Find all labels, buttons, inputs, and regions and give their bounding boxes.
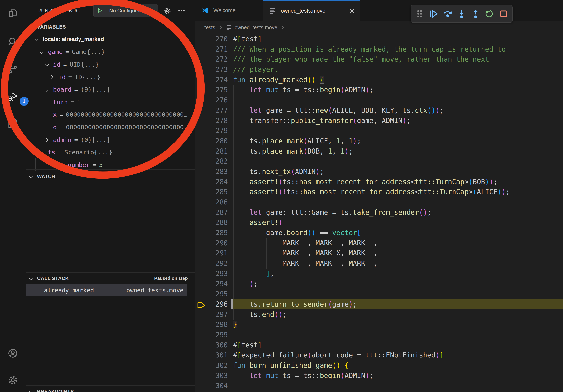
chevron-right-icon[interactable] — [44, 87, 50, 92]
code-area[interactable]: 270#[test]271/// When a position is alre… — [195, 34, 563, 392]
variable-row[interactable]: locals: already_marked — [26, 33, 195, 46]
code-line-287[interactable]: 287 let game: ttt::Game = ts.take_from_s… — [195, 208, 563, 218]
line-number[interactable]: 275 — [195, 85, 228, 95]
line-number[interactable]: 277 — [195, 105, 228, 116]
code-line-275[interactable]: 275 let mut ts = ts::begin(ADMIN); — [195, 85, 563, 95]
line-number[interactable]: 292 — [195, 258, 228, 269]
variable-row[interactable]: x=00000000000000000000000000000000… — [26, 108, 195, 121]
variable-row[interactable]: id=UID{...} — [26, 58, 195, 71]
variable-row[interactable]: ts=Scenario{...} — [26, 146, 195, 158]
breakpoints-section-header[interactable]: BREAKPOINTS — [26, 386, 195, 392]
chevron-down-icon[interactable] — [39, 150, 44, 155]
line-number[interactable]: 270 — [195, 34, 228, 44]
search-icon[interactable] — [7, 36, 18, 47]
line-number[interactable]: 303 — [195, 371, 228, 381]
line-number[interactable]: 286 — [195, 197, 228, 208]
code-line-288[interactable]: 288 assert!( — [195, 218, 563, 228]
debug-config-dropdown[interactable]: No Configura — [93, 4, 158, 17]
breadcrumb-folder[interactable]: tests — [204, 25, 215, 31]
call-stack-frame-row[interactable]: already_marked owned_tests.move — [26, 284, 187, 297]
extensions-icon[interactable] — [7, 118, 18, 130]
code-line-300[interactable]: 300#[test] — [195, 340, 563, 350]
tab-owned-tests-move[interactable]: owned_tests.move — [263, 0, 360, 21]
drag-handle-icon[interactable] — [414, 9, 425, 19]
continue-icon[interactable] — [428, 9, 439, 19]
variable-row[interactable]: turn=1 — [26, 96, 195, 108]
code-line-284[interactable]: 284 assert!(ts::has_most_recent_for_addr… — [195, 177, 563, 187]
line-number[interactable]: 295 — [195, 289, 228, 299]
line-number[interactable]: 294 — [195, 279, 228, 289]
line-number[interactable]: 283 — [195, 167, 228, 177]
watch-section-header[interactable]: WATCH — [26, 171, 195, 182]
variable-row[interactable]: id=ID{...} — [26, 71, 195, 83]
line-number[interactable]: 293 — [195, 269, 228, 279]
code-line-283[interactable]: 283 ts.next_tx(ADMIN); — [195, 167, 563, 177]
line-number[interactable]: 302 — [195, 360, 228, 371]
call-stack-section-header[interactable]: CALL STACK Paused on step — [26, 273, 195, 284]
line-number[interactable]: 299 — [195, 330, 228, 340]
code-line-289[interactable]: 289 game.board() == vector[ — [195, 228, 563, 238]
code-line-299[interactable]: 299 — [195, 330, 563, 340]
code-line-282[interactable]: 282 — [195, 156, 563, 167]
step-into-icon[interactable] — [457, 9, 467, 19]
code-line-296[interactable]: 296 ts.return_to_sender(game); — [195, 299, 563, 310]
code-line-279[interactable]: 279 — [195, 126, 563, 136]
code-line-293[interactable]: 293 ], — [195, 269, 563, 279]
start-debugging-icon[interactable] — [93, 4, 106, 17]
line-number[interactable]: 279 — [195, 126, 228, 136]
line-number[interactable]: 284 — [195, 177, 228, 187]
code-line-301[interactable]: 301#[expected_failure(abort_code = ttt::… — [195, 350, 563, 360]
chevron-down-icon[interactable] — [44, 62, 50, 67]
line-number[interactable]: 298 — [195, 320, 228, 330]
code-line-286[interactable]: 286 — [195, 197, 563, 208]
line-number[interactable]: 274 — [195, 75, 228, 85]
variable-row[interactable]: board=(9)[...] — [26, 83, 195, 96]
line-number[interactable]: 301 — [195, 350, 228, 360]
code-line-291[interactable]: 291 MARK__, MARK_X, MARK__, — [195, 248, 563, 258]
line-number[interactable]: 278 — [195, 116, 228, 126]
code-line-280[interactable]: 280 ts.place_mark(ALICE, 1, 1); — [195, 136, 563, 146]
breadcrumb-file[interactable]: owned_tests.move — [235, 25, 277, 31]
code-line-278[interactable]: 278 transfer::public_transfer(game, ADMI… — [195, 116, 563, 126]
line-number[interactable]: 290 — [195, 238, 228, 248]
line-number[interactable]: 287 — [195, 208, 228, 218]
code-line-290[interactable]: 290 MARK__, MARK__, MARK__, — [195, 238, 563, 248]
code-line-304[interactable]: 304 — [195, 381, 563, 391]
restart-icon[interactable] — [485, 9, 495, 19]
gear-icon[interactable] — [163, 6, 172, 15]
line-number[interactable]: 291 — [195, 248, 228, 258]
account-icon[interactable] — [7, 348, 18, 359]
variable-row[interactable]: game=Game{...} — [26, 46, 195, 58]
chevron-right-icon[interactable] — [50, 74, 55, 79]
code-line-297[interactable]: 297 ts.end(); — [195, 310, 563, 320]
run-and-debug-icon[interactable]: 1 — [7, 91, 18, 102]
settings-gear-icon[interactable] — [7, 375, 18, 386]
code-line-281[interactable]: 281 ts.place_mark(BOB, 1, 1); — [195, 146, 563, 157]
more-actions-icon[interactable] — [177, 6, 186, 15]
explorer-icon[interactable] — [7, 8, 18, 19]
line-number[interactable]: 280 — [195, 136, 228, 146]
code-line-276[interactable]: 276 — [195, 95, 563, 105]
step-out-icon[interactable] — [471, 9, 481, 19]
line-number[interactable]: 272 — [195, 54, 228, 65]
code-line-298[interactable]: 298} — [195, 320, 563, 330]
line-number[interactable]: 281 — [195, 146, 228, 157]
line-number[interactable]: 285 — [195, 187, 228, 197]
line-number[interactable]: 300 — [195, 340, 228, 350]
line-number[interactable]: 282 — [195, 156, 228, 167]
code-line-271[interactable]: 271/// When a position is already marked… — [195, 44, 563, 54]
code-line-277[interactable]: 277 let game = ttt::new(ALICE, BOB, KEY,… — [195, 105, 563, 116]
code-line-302[interactable]: 302fun burn_unfinished_game() { — [195, 360, 563, 371]
close-icon[interactable] — [349, 8, 355, 14]
code-line-295[interactable]: 295 — [195, 289, 563, 299]
code-line-294[interactable]: 294 ); — [195, 279, 563, 289]
code-line-292[interactable]: 292 MARK__, MARK__, MARK__, — [195, 258, 563, 269]
line-number[interactable]: 271 — [195, 44, 228, 54]
code-line-272[interactable]: 272/// the player who made the "false" m… — [195, 54, 563, 65]
chevron-right-icon[interactable] — [44, 137, 50, 142]
variables-section-header[interactable]: VARIABLES — [26, 21, 195, 32]
step-over-icon[interactable] — [442, 9, 453, 19]
source-control-icon[interactable] — [7, 63, 18, 74]
code-line-270[interactable]: 270#[test] — [195, 34, 563, 44]
line-number[interactable]: 273 — [195, 65, 228, 75]
